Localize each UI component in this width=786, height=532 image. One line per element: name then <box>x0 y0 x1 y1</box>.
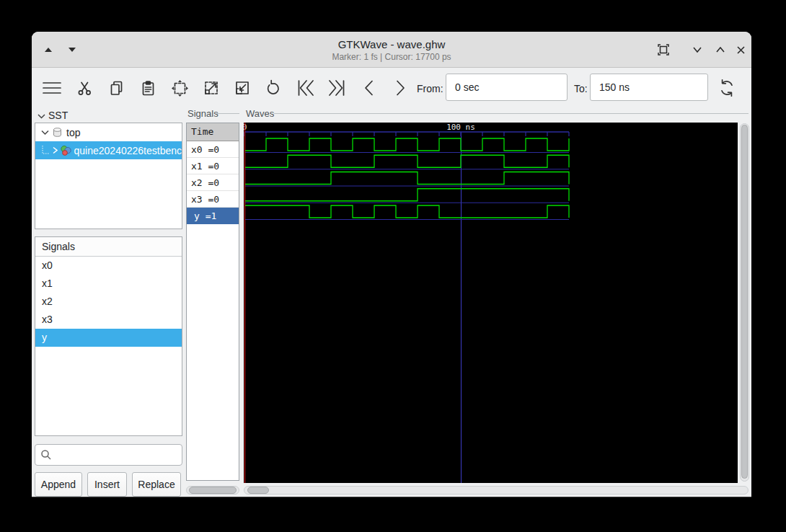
expander-down-icon[interactable] <box>41 130 49 136</box>
skip-to-start-button[interactable] <box>294 77 317 99</box>
scissors-icon <box>76 80 93 97</box>
tree-guide-line <box>41 146 50 156</box>
signals-frame-line <box>216 113 239 114</box>
module-circles-icon <box>60 145 71 156</box>
scrollbar-thumb[interactable] <box>189 487 237 494</box>
tree-item-testbench[interactable]: quine20240226testbenc <box>35 141 182 159</box>
waves-frame-label: Waves <box>246 108 274 119</box>
chevron-up-icon <box>715 46 725 53</box>
signal-item-x0[interactable]: x0 <box>35 257 182 275</box>
wave-canvas[interactable]: 0100 ns <box>244 123 738 483</box>
waves-vscrollbar[interactable] <box>740 123 749 482</box>
value-row-x1[interactable]: x1 =0 <box>187 158 239 174</box>
sst-label: SST <box>48 110 68 121</box>
waveform-plot[interactable]: 0100 ns <box>244 123 738 483</box>
reload-icon <box>717 79 736 97</box>
zoom-fit-button[interactable] <box>168 77 191 99</box>
cut-button[interactable] <box>73 77 96 99</box>
signal-values-panel: Time x0 =0 x1 =0 x2 =0 x3 =0 y =1 <box>186 123 239 481</box>
chevron-left-icon <box>361 79 377 97</box>
marker-cursor-status: Marker: 1 fs | Cursor: 17700 ps <box>32 52 751 62</box>
search-icon <box>40 449 52 461</box>
from-label: From: <box>417 83 443 94</box>
waves-hscrollbar[interactable] <box>244 486 749 495</box>
value-row-y[interactable]: y =1 <box>187 208 239 224</box>
append-button[interactable]: Append <box>35 472 82 497</box>
close-button[interactable] <box>733 42 749 58</box>
sst-section[interactable]: SST <box>37 110 68 121</box>
skip-end-icon <box>327 79 346 97</box>
titlebar: GTKWave - wave.ghw Marker: 1 fs | Cursor… <box>32 32 751 68</box>
paste-button[interactable] <box>136 77 159 99</box>
zoom-in-icon <box>203 79 220 97</box>
maximize-button[interactable] <box>712 42 728 58</box>
expander-right-icon[interactable] <box>52 146 58 154</box>
signal-item-x1[interactable]: x1 <box>35 275 182 293</box>
scrollbar-thumb[interactable] <box>247 487 269 494</box>
zoom-out-button[interactable] <box>231 77 254 99</box>
value-row-x0[interactable]: x0 =0 <box>187 141 239 158</box>
signal-item-y[interactable]: y <box>35 329 182 347</box>
from-input[interactable] <box>446 74 568 101</box>
step-forward-button[interactable] <box>389 77 412 99</box>
reload-button[interactable] <box>715 77 738 99</box>
scope-cylinder-icon <box>52 127 63 138</box>
menu-button[interactable] <box>40 77 63 99</box>
clipboard-icon <box>140 80 156 97</box>
gtkwave-window: GTKWave - wave.ghw Marker: 1 fs | Cursor… <box>32 32 751 497</box>
copy-icon <box>108 80 125 97</box>
fit-frame-icon <box>657 43 670 56</box>
skip-to-end-button[interactable] <box>325 77 348 99</box>
signals-frame-label: Signals <box>187 108 218 119</box>
step-back-button[interactable] <box>358 77 381 99</box>
sst-expander-icon <box>37 113 45 119</box>
hamburger-menu-icon <box>41 79 63 97</box>
undo-button[interactable] <box>262 77 286 99</box>
tree-item-label: top <box>66 127 80 138</box>
replace-button[interactable]: Replace <box>132 472 181 497</box>
window-title: GTKWave - wave.ghw <box>32 38 751 50</box>
value-row-x3[interactable]: x3 =0 <box>187 191 239 208</box>
signal-list: Signals x0 x1 x2 x3 y <box>35 236 182 436</box>
copy-button[interactable] <box>105 77 128 99</box>
signal-search[interactable] <box>35 444 182 466</box>
insert-button[interactable]: Insert <box>87 472 127 497</box>
waves-frame-line <box>274 113 749 114</box>
signals-panel-hscrollbar[interactable] <box>186 486 239 495</box>
value-row-x2[interactable]: x2 =0 <box>187 174 239 191</box>
chevron-right-icon <box>392 79 408 97</box>
svg-text:100 ns: 100 ns <box>446 123 475 132</box>
toolbar: From: To: <box>32 68 751 107</box>
zoom-in-button[interactable] <box>200 77 223 99</box>
tree-item-top[interactable]: top <box>35 123 182 141</box>
minimize-button[interactable] <box>689 42 705 58</box>
signal-item-x3[interactable]: x3 <box>35 311 182 329</box>
time-header: Time <box>187 123 239 141</box>
scrollbar-thumb[interactable] <box>741 125 748 479</box>
chevron-down-icon <box>692 46 702 53</box>
zoom-fit-icon <box>171 79 189 97</box>
tree-item-label: quine20240226testbenc <box>74 145 182 156</box>
to-input[interactable] <box>590 74 708 101</box>
keep-above-button[interactable] <box>655 42 671 58</box>
undo-arrow-icon <box>265 79 283 97</box>
signal-item-x2[interactable]: x2 <box>35 293 182 311</box>
sst-tree: top quine20240226testbenc <box>35 123 182 229</box>
close-icon <box>736 45 746 55</box>
zoom-out-icon <box>234 79 251 97</box>
signal-list-header: Signals <box>35 237 182 257</box>
skip-start-icon <box>296 79 315 97</box>
to-label: To: <box>574 83 588 94</box>
